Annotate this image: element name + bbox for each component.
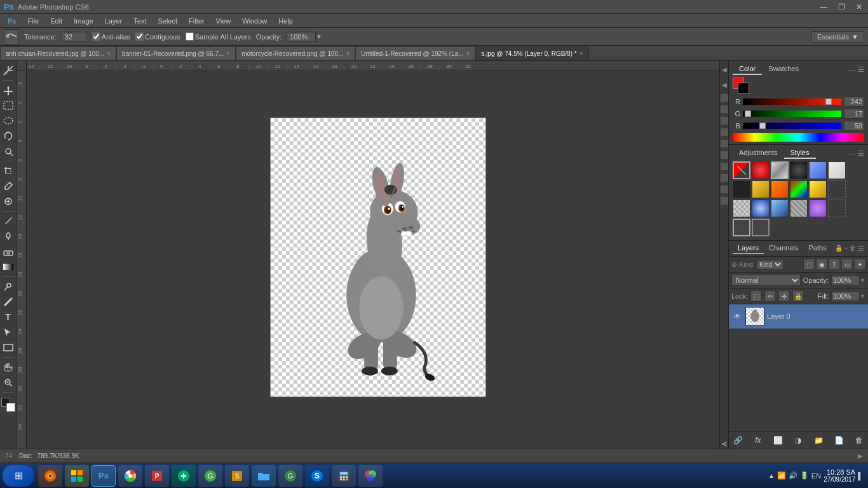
style-red[interactable] xyxy=(752,161,770,179)
g-slider-thumb[interactable] xyxy=(745,111,751,117)
layer-visibility-toggle[interactable]: 👁 xyxy=(731,311,743,322)
style-gold[interactable] xyxy=(752,180,770,198)
lasso-tool-btn[interactable] xyxy=(1,129,15,143)
filter-shape-icon[interactable]: ▭ xyxy=(841,259,853,270)
r-value-input[interactable] xyxy=(844,97,864,107)
menu-image[interactable]: Image xyxy=(69,16,98,26)
style-pattern1[interactable] xyxy=(733,200,750,217)
style-empty2[interactable] xyxy=(828,200,846,217)
strip-btn-9[interactable] xyxy=(721,186,728,193)
strip-btn-2[interactable] xyxy=(721,105,728,113)
panel-menu-icon[interactable]: ☰ xyxy=(858,65,864,74)
lock-position-icon[interactable]: ⬚ xyxy=(750,290,762,302)
style-empty[interactable] xyxy=(828,180,846,198)
taskbar-app-ps[interactable]: Ps xyxy=(92,465,116,487)
opacity-input[interactable] xyxy=(287,32,316,42)
lock-paint-icon[interactable]: ✏ xyxy=(764,290,776,302)
filter-smart-icon[interactable]: ✦ xyxy=(854,259,865,270)
filter-adj-icon[interactable]: ◉ xyxy=(816,259,827,270)
b-slider-thumb[interactable] xyxy=(759,123,766,129)
menu-select[interactable]: Select xyxy=(153,16,182,26)
tolerance-input[interactable] xyxy=(62,32,87,42)
tab-styles[interactable]: Styles xyxy=(784,147,816,159)
gradient-btn[interactable] xyxy=(1,260,15,274)
layer-link-icon[interactable]: 🔗 xyxy=(731,434,744,447)
style-multicolor[interactable] xyxy=(790,180,808,198)
r-slider-thumb[interactable] xyxy=(825,98,832,105)
close-button[interactable]: ✕ xyxy=(850,0,868,14)
tab-banner[interactable]: banner-01-Recovered.png @ 66.7... × xyxy=(116,46,236,60)
menu-text[interactable]: Text xyxy=(128,16,151,26)
menu-window[interactable]: Window xyxy=(237,16,272,26)
color-spectrum[interactable] xyxy=(733,133,864,142)
essentials-button[interactable]: Essentials ▼ xyxy=(811,31,864,43)
start-button[interactable]: ⊞ xyxy=(3,465,34,487)
tab-motorcycle[interactable]: motorcycle-Recovered.png @ 100... × xyxy=(236,46,355,60)
tab-anh-chuan[interactable]: anh chuan-Recovered.jpg @ 100... × xyxy=(0,46,116,60)
strip-btn-10[interactable] xyxy=(721,197,728,205)
canvas-document[interactable] xyxy=(270,118,486,397)
tray-arrow[interactable]: ▲ xyxy=(768,472,775,479)
strip-collapse-2[interactable]: ◀ xyxy=(721,79,728,90)
menu-filter[interactable]: Filter xyxy=(184,16,209,26)
opacity-control[interactable]: ▼ xyxy=(831,275,865,285)
show-desktop-btn[interactable]: ▌ xyxy=(858,472,863,480)
sample-all-checkbox[interactable] xyxy=(186,32,194,41)
adj-menu-icon[interactable]: ☰ xyxy=(858,149,864,158)
marquee-tool-btn[interactable] xyxy=(1,98,15,112)
antialias-checkbox[interactable] xyxy=(92,32,100,41)
ellipse-tool-btn[interactable] xyxy=(1,114,15,128)
move-tool-btn[interactable] xyxy=(1,83,15,97)
zoom-btn[interactable] xyxy=(1,376,15,390)
style-purple[interactable] xyxy=(809,200,827,217)
strip-btn-5[interactable] xyxy=(721,140,728,147)
menu-edit[interactable]: Edit xyxy=(45,16,67,26)
style-image[interactable] xyxy=(771,200,789,217)
style-chrome[interactable] xyxy=(771,161,789,179)
contiguous-checkbox[interactable] xyxy=(135,32,144,41)
taskbar-app-app4[interactable]: S xyxy=(225,465,249,487)
style-yellow[interactable] xyxy=(809,180,827,198)
style-blue2[interactable] xyxy=(752,200,770,217)
menu-view[interactable]: View xyxy=(211,16,236,26)
layer-delete-icon[interactable]: 🗑 xyxy=(853,434,865,447)
layers-lock-icon[interactable]: 🔒 xyxy=(835,245,843,252)
close-tab-s-jpg[interactable]: × xyxy=(580,50,583,57)
quick-select-btn[interactable] xyxy=(1,144,15,158)
taskbar-app-app5[interactable]: G xyxy=(278,465,302,487)
eyedropper-btn[interactable] xyxy=(1,179,15,193)
background-color[interactable] xyxy=(6,403,15,412)
tab-swatches[interactable]: Swatches xyxy=(762,64,805,75)
layer-group-icon[interactable]: 📁 xyxy=(812,434,825,447)
wand-tool-btn[interactable] xyxy=(1,64,15,78)
fg-bg-selector[interactable] xyxy=(733,78,749,94)
style-border1[interactable] xyxy=(733,219,750,236)
minimize-button[interactable]: — xyxy=(815,0,832,14)
style-grey-pattern[interactable] xyxy=(790,200,808,217)
filter-pixel-icon[interactable]: ⬚ xyxy=(803,259,815,270)
brush-btn[interactable] xyxy=(1,214,15,228)
eraser-btn[interactable] xyxy=(1,245,15,259)
lock-move-icon[interactable]: ✛ xyxy=(778,290,790,302)
tab-s-jpg[interactable]: s.jpg @ 74.5% (Layer 0, RGB/8) * × xyxy=(475,46,588,60)
strip-btn-8[interactable] xyxy=(721,174,728,182)
menu-ps[interactable]: Ps xyxy=(3,16,21,26)
strip-collapse-1[interactable]: ◀ xyxy=(721,64,728,75)
layer-adj-icon[interactable]: ◑ xyxy=(792,434,804,447)
layer-fx-icon[interactable]: fx xyxy=(752,434,764,447)
strip-btn-7[interactable] xyxy=(721,163,728,170)
taskbar-app-firefox[interactable] xyxy=(38,465,62,487)
opacity-value-input[interactable] xyxy=(831,275,860,285)
adj-minimize-icon[interactable]: — xyxy=(849,149,856,158)
tab-color[interactable]: Color xyxy=(733,64,762,75)
taskbar-app-folder[interactable] xyxy=(252,465,276,487)
filter-type-icon[interactable]: T xyxy=(829,259,840,270)
menu-help[interactable]: Help xyxy=(273,16,298,26)
strip-btn-3[interactable] xyxy=(721,117,728,125)
menu-layer[interactable]: Layer xyxy=(100,16,128,26)
type-btn[interactable]: T xyxy=(1,310,15,324)
taskbar-app-app2[interactable]: P xyxy=(145,465,169,487)
shape-btn[interactable] xyxy=(1,341,15,355)
panel-minimize-icon[interactable]: — xyxy=(849,65,856,74)
hand-btn[interactable] xyxy=(1,360,15,374)
